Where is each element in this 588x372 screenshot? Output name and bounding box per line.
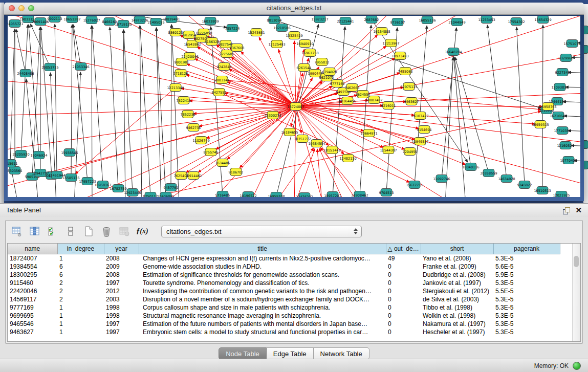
cell-year[interactable]: 2012 xyxy=(104,287,139,295)
table-row[interactable]: 1872400712008Changes of HCN gene express… xyxy=(8,254,560,263)
cell-in_degree[interactable]: 2 xyxy=(57,287,104,295)
tab-node-table[interactable]: Node Table xyxy=(219,347,267,360)
cell-short[interactable]: Jankovic et al. (1997) xyxy=(421,279,493,287)
cell-pagerank[interactable]: 5.3E-5 xyxy=(493,320,560,328)
cell-title[interactable]: Structural magnetic resonance image aver… xyxy=(139,312,386,320)
cell-pagerank[interactable]: 5.6E-5 xyxy=(493,262,560,271)
cell-name[interactable]: 9115460 xyxy=(8,279,57,287)
import-table-button[interactable] xyxy=(117,224,132,238)
cell-year[interactable]: 2009 xyxy=(104,262,139,271)
cell-name[interactable]: 9699695 xyxy=(8,312,57,320)
cell-out_degree[interactable]: 0 xyxy=(386,328,421,336)
function-builder-button[interactable]: ƒ(x) xyxy=(135,224,149,238)
select-rows-button[interactable]: ✔ ✔ xyxy=(46,224,60,238)
cell-in_degree[interactable]: 1 xyxy=(57,254,104,263)
cell-in_degree[interactable]: 1 xyxy=(57,328,104,336)
cell-pagerank[interactable]: 5.3E-5 xyxy=(493,328,560,336)
network-canvas[interactable]: 2405572119033158206914069902113106532871… xyxy=(8,16,580,197)
table-row[interactable]: 977716911998Corpus callosum shape and si… xyxy=(8,303,560,312)
table-row[interactable]: 969969511998Structural magnetic resonanc… xyxy=(8,312,560,320)
cell-title[interactable]: Disruption of a novel member of a sodium… xyxy=(139,295,386,303)
table-row[interactable]: 2242004622012Investigating the contribut… xyxy=(8,287,560,295)
scrollbar-thumb[interactable] xyxy=(574,256,579,267)
cell-title[interactable]: Tourette syndrome. Phenomenology and cla… xyxy=(139,279,386,287)
cell-short[interactable]: Dudbridge et al. (2008) xyxy=(421,271,493,279)
cell-name[interactable]: 9777169 xyxy=(8,303,57,312)
column-header-in_degree[interactable]: in_degree xyxy=(57,244,104,254)
cell-name[interactable]: 14569117 xyxy=(8,295,57,303)
cell-out_degree[interactable]: 0 xyxy=(386,320,421,328)
cell-name[interactable]: 9465546 xyxy=(8,320,57,328)
cell-pagerank[interactable]: 5.3E-5 xyxy=(493,303,560,312)
cell-short[interactable]: Nakamura et al. (1997) xyxy=(421,320,493,328)
table-selector-dropdown[interactable]: citations_edges.txt xyxy=(161,226,362,237)
column-header-name[interactable]: name xyxy=(8,244,57,254)
delete-table-button[interactable] xyxy=(99,224,114,238)
cell-year[interactable]: 1997 xyxy=(104,328,139,336)
cell-in_degree[interactable]: 6 xyxy=(57,271,104,279)
new-table-button[interactable] xyxy=(81,224,96,238)
cell-name[interactable]: 9463627 xyxy=(8,328,57,336)
cell-out_degree[interactable]: 0 xyxy=(386,287,421,295)
memory-status-indicator[interactable] xyxy=(573,362,581,370)
window-close-button[interactable] xyxy=(9,5,15,11)
cell-short[interactable]: Hescheler et al. (1997) xyxy=(421,328,493,336)
cell-year[interactable]: 2008 xyxy=(104,254,139,263)
cell-name[interactable]: 22420046 xyxy=(8,287,57,295)
cell-title[interactable]: Investigating the contribution of common… xyxy=(139,287,386,295)
cell-title[interactable]: Estimation of the future numbers of pati… xyxy=(139,320,386,328)
table-row[interactable]: 946554611997Estimation of the future num… xyxy=(8,320,560,328)
cell-year[interactable]: 1998 xyxy=(104,312,139,320)
cell-out_degree[interactable]: 0 xyxy=(386,262,421,271)
cell-short[interactable]: Yano et al. (2008) xyxy=(421,254,493,263)
cell-pagerank[interactable]: 5.9E-5 xyxy=(493,271,560,279)
cell-title[interactable]: Embryonic stem cells: a model to study s… xyxy=(139,328,386,336)
cell-pagerank[interactable]: 5.3E-5 xyxy=(493,312,560,320)
table-scrollbar[interactable] xyxy=(572,244,580,341)
cell-in_degree[interactable]: 1 xyxy=(57,320,104,328)
cell-out_degree[interactable]: 0 xyxy=(386,279,421,287)
table-row[interactable]: 1456911722003Disruption of a novel membe… xyxy=(8,295,560,303)
column-header-out_degree[interactable]: △ out_de… xyxy=(386,244,421,254)
table-row[interactable]: 1830029562008Estimation of significance … xyxy=(8,271,560,279)
table-mode-button[interactable]: ⚙ xyxy=(10,224,24,238)
cell-title[interactable]: Corpus callosum shape and size in male p… xyxy=(139,303,386,312)
cell-short[interactable]: de Silva et al. (2003) xyxy=(421,295,493,303)
cell-out_degree[interactable]: 0 xyxy=(386,303,421,312)
cell-name[interactable]: 19384554 xyxy=(8,262,57,271)
close-panel-icon[interactable]: ✕ xyxy=(575,206,582,215)
tab-network-table[interactable]: Network Table xyxy=(314,347,369,360)
cell-year[interactable]: 2003 xyxy=(104,295,139,303)
window-minimize-button[interactable] xyxy=(18,5,25,11)
cell-short[interactable]: Tibbo et al. (1998) xyxy=(421,303,493,312)
cell-in_degree[interactable]: 2 xyxy=(57,279,104,287)
cell-pagerank[interactable]: 5.3E-5 xyxy=(493,295,560,303)
cell-in_degree[interactable]: 2 xyxy=(57,295,104,303)
column-header-year[interactable]: year xyxy=(104,244,139,254)
float-panel-icon[interactable] xyxy=(563,207,570,214)
cell-in_degree[interactable]: 1 xyxy=(57,312,104,320)
column-header-short[interactable]: short xyxy=(421,244,493,254)
cell-year[interactable]: 1997 xyxy=(104,320,139,328)
row-height-button[interactable] xyxy=(63,224,78,238)
cell-year[interactable]: 1998 xyxy=(104,303,139,312)
table-row[interactable]: 946362711997Embryonic stem cells: a mode… xyxy=(8,328,560,336)
cell-out_degree[interactable]: 0 xyxy=(386,295,421,303)
cell-name[interactable]: 18300295 xyxy=(8,271,57,279)
cell-title[interactable]: Genome-wide association studies in ADHD. xyxy=(139,262,386,271)
column-visibility-button[interactable] xyxy=(28,224,42,238)
cell-name[interactable]: 18724007 xyxy=(8,254,57,263)
window-zoom-button[interactable] xyxy=(28,5,34,11)
tab-edge-table[interactable]: Edge Table xyxy=(267,347,314,360)
cell-short[interactable]: Stergiakouli et al. (2012) xyxy=(421,287,493,295)
cell-pagerank[interactable]: 5.3E-5 xyxy=(493,279,560,287)
cell-out_degree[interactable]: 0 xyxy=(386,271,421,279)
table-row[interactable]: 911546021997Tourette syndrome. Phenomeno… xyxy=(8,279,560,287)
column-header-title[interactable]: title xyxy=(139,244,386,254)
cell-pagerank[interactable]: 5.5E-5 xyxy=(493,287,560,295)
cell-title[interactable]: Changes of HCN gene expression and I(f) … xyxy=(139,254,386,263)
cell-in_degree[interactable]: 6 xyxy=(57,262,104,271)
cell-year[interactable]: 2008 xyxy=(104,271,139,279)
cell-pagerank[interactable]: 5.3E-5 xyxy=(493,254,560,263)
cell-in_degree[interactable]: 1 xyxy=(57,303,104,312)
